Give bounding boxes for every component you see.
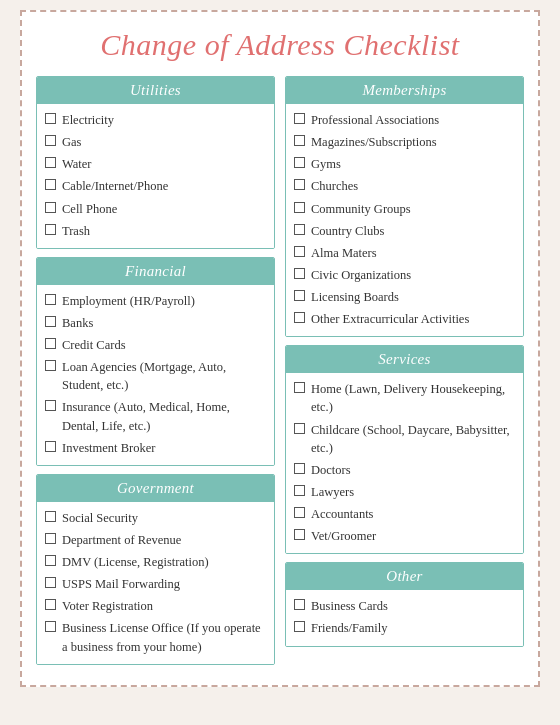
checkbox-icon[interactable] xyxy=(45,360,56,371)
checkbox-icon[interactable] xyxy=(294,621,305,632)
checkbox-icon[interactable] xyxy=(45,135,56,146)
list-item[interactable]: Civic Organizations xyxy=(294,266,515,284)
checkbox-icon[interactable] xyxy=(45,511,56,522)
item-label: Employment (HR/Payroll) xyxy=(62,292,266,310)
item-label: Cable/Internet/Phone xyxy=(62,177,266,195)
list-item[interactable]: DMV (License, Registration) xyxy=(45,553,266,571)
item-label: Cell Phone xyxy=(62,200,266,218)
column-0: UtilitiesElectricityGasWaterCable/Intern… xyxy=(36,76,275,665)
columns: UtilitiesElectricityGasWaterCable/Intern… xyxy=(36,76,524,665)
item-label: Professional Associations xyxy=(311,111,515,129)
checkbox-icon[interactable] xyxy=(45,599,56,610)
checkbox-icon[interactable] xyxy=(45,202,56,213)
list-item[interactable]: Gyms xyxy=(294,155,515,173)
section-body-other: Business CardsFriends/Family xyxy=(286,590,523,645)
list-item[interactable]: Department of Revenue xyxy=(45,531,266,549)
item-label: Other Extracurricular Activities xyxy=(311,310,515,328)
section-memberships: MembershipsProfessional AssociationsMaga… xyxy=(285,76,524,337)
checkbox-icon[interactable] xyxy=(45,316,56,327)
item-label: Business Cards xyxy=(311,597,515,615)
checkbox-icon[interactable] xyxy=(294,507,305,518)
checkbox-icon[interactable] xyxy=(45,577,56,588)
item-label: Trash xyxy=(62,222,266,240)
checkbox-icon[interactable] xyxy=(45,224,56,235)
list-item[interactable]: Business License Office (If you operate … xyxy=(45,619,266,655)
column-1: MembershipsProfessional AssociationsMaga… xyxy=(285,76,524,647)
item-label: Lawyers xyxy=(311,483,515,501)
checkbox-icon[interactable] xyxy=(294,485,305,496)
checkbox-icon[interactable] xyxy=(294,202,305,213)
checkbox-icon[interactable] xyxy=(294,179,305,190)
checkbox-icon[interactable] xyxy=(45,400,56,411)
checkbox-icon[interactable] xyxy=(294,157,305,168)
list-item[interactable]: Community Groups xyxy=(294,200,515,218)
list-item[interactable]: USPS Mail Forwarding xyxy=(45,575,266,593)
checkbox-icon[interactable] xyxy=(45,113,56,124)
list-item[interactable]: Social Security xyxy=(45,509,266,527)
checkbox-icon[interactable] xyxy=(294,290,305,301)
item-label: Social Security xyxy=(62,509,266,527)
list-item[interactable]: Childcare (School, Daycare, Babysitter, … xyxy=(294,421,515,457)
checkbox-icon[interactable] xyxy=(294,423,305,434)
item-label: Banks xyxy=(62,314,266,332)
list-item[interactable]: Accountants xyxy=(294,505,515,523)
list-item[interactable]: Cell Phone xyxy=(45,200,266,218)
list-item[interactable]: Voter Registration xyxy=(45,597,266,615)
list-item[interactable]: Churches xyxy=(294,177,515,195)
checkbox-icon[interactable] xyxy=(45,179,56,190)
list-item[interactable]: Water xyxy=(45,155,266,173)
item-label: Credit Cards xyxy=(62,336,266,354)
checkbox-icon[interactable] xyxy=(45,533,56,544)
section-body-government: Social SecurityDepartment of RevenueDMV … xyxy=(37,502,274,664)
list-item[interactable]: Doctors xyxy=(294,461,515,479)
list-item[interactable]: Lawyers xyxy=(294,483,515,501)
checkbox-icon[interactable] xyxy=(45,621,56,632)
checkbox-icon[interactable] xyxy=(294,312,305,323)
list-item[interactable]: Insurance (Auto, Medical, Home, Dental, … xyxy=(45,398,266,434)
item-label: Civic Organizations xyxy=(311,266,515,284)
checkbox-icon[interactable] xyxy=(45,294,56,305)
item-label: Insurance (Auto, Medical, Home, Dental, … xyxy=(62,398,266,434)
checkbox-icon[interactable] xyxy=(45,441,56,452)
list-item[interactable]: Banks xyxy=(45,314,266,332)
list-item[interactable]: Friends/Family xyxy=(294,619,515,637)
checkbox-icon[interactable] xyxy=(294,463,305,474)
checkbox-icon[interactable] xyxy=(294,599,305,610)
checkbox-icon[interactable] xyxy=(294,246,305,257)
list-item[interactable]: Credit Cards xyxy=(45,336,266,354)
list-item[interactable]: Vet/Groomer xyxy=(294,527,515,545)
list-item[interactable]: Cable/Internet/Phone xyxy=(45,177,266,195)
checkbox-icon[interactable] xyxy=(294,135,305,146)
checkbox-icon[interactable] xyxy=(294,382,305,393)
checkbox-icon[interactable] xyxy=(45,157,56,168)
item-label: Alma Maters xyxy=(311,244,515,262)
section-body-memberships: Professional AssociationsMagazines/Subsc… xyxy=(286,104,523,336)
list-item[interactable]: Electricity xyxy=(45,111,266,129)
list-item[interactable]: Alma Maters xyxy=(294,244,515,262)
list-item[interactable]: Investment Broker xyxy=(45,439,266,457)
list-item[interactable]: Business Cards xyxy=(294,597,515,615)
checkbox-icon[interactable] xyxy=(294,268,305,279)
list-item[interactable]: Other Extracurricular Activities xyxy=(294,310,515,328)
section-financial: FinancialEmployment (HR/Payroll)BanksCre… xyxy=(36,257,275,466)
list-item[interactable]: Trash xyxy=(45,222,266,240)
list-item[interactable]: Gas xyxy=(45,133,266,151)
list-item[interactable]: Licensing Boards xyxy=(294,288,515,306)
list-item[interactable]: Employment (HR/Payroll) xyxy=(45,292,266,310)
section-utilities: UtilitiesElectricityGasWaterCable/Intern… xyxy=(36,76,275,249)
checkbox-icon[interactable] xyxy=(45,555,56,566)
checkbox-icon[interactable] xyxy=(294,529,305,540)
list-item[interactable]: Professional Associations xyxy=(294,111,515,129)
checkbox-icon[interactable] xyxy=(294,224,305,235)
item-label: Community Groups xyxy=(311,200,515,218)
list-item[interactable]: Loan Agencies (Mortgage, Auto, Student, … xyxy=(45,358,266,394)
checkbox-icon[interactable] xyxy=(45,338,56,349)
list-item[interactable]: Country Clubs xyxy=(294,222,515,240)
item-label: Investment Broker xyxy=(62,439,266,457)
section-government: GovernmentSocial SecurityDepartment of R… xyxy=(36,474,275,665)
section-header-services: Services xyxy=(286,346,523,373)
list-item[interactable]: Home (Lawn, Delivery Housekeeping, etc.) xyxy=(294,380,515,416)
item-label: Accountants xyxy=(311,505,515,523)
list-item[interactable]: Magazines/Subscriptions xyxy=(294,133,515,151)
checkbox-icon[interactable] xyxy=(294,113,305,124)
